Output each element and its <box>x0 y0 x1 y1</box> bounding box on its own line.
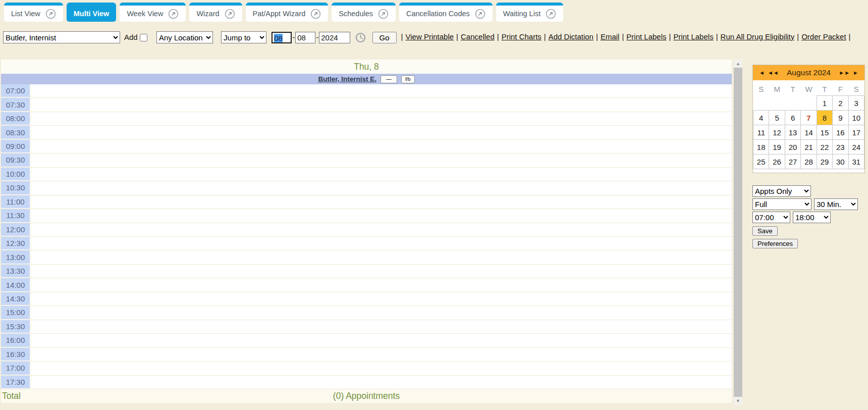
calendar-day[interactable]: 19 <box>769 140 785 155</box>
external-link-icon[interactable] <box>378 9 389 19</box>
calendar-day[interactable]: 4 <box>753 111 769 125</box>
calendar-day[interactable]: 11 <box>753 125 769 140</box>
external-link-icon[interactable] <box>310 9 321 19</box>
interval-select[interactable]: 30 Min. <box>814 198 858 210</box>
calendar-day[interactable]: 8 <box>817 111 832 125</box>
size-select[interactable]: Full <box>752 198 811 210</box>
calendar-day[interactable]: 18 <box>753 140 769 155</box>
calendar-day[interactable]: 9 <box>833 111 848 125</box>
appointment-slot[interactable] <box>31 348 732 361</box>
appointment-slot[interactable] <box>31 376 732 389</box>
prev-month-icon[interactable]: ◄ <box>759 70 765 76</box>
tab-waiting-list[interactable]: Waiting List <box>496 3 563 22</box>
calendar-day[interactable]: 27 <box>785 155 800 169</box>
appointment-slot[interactable] <box>31 126 732 139</box>
appointment-slot[interactable] <box>31 334 732 347</box>
view-filter-select[interactable]: Appts Only <box>752 185 811 197</box>
prev-year-icon[interactable]: ◄◄ <box>768 70 779 76</box>
tab-cancellation-codes[interactable]: Cancellation Codes <box>399 3 493 22</box>
external-link-icon[interactable] <box>546 9 556 19</box>
appointment-slot[interactable] <box>31 278 732 291</box>
appointment-slot[interactable] <box>31 112 732 125</box>
tab-wizard[interactable]: Wizard <box>189 3 242 22</box>
appointment-slot[interactable] <box>31 237 732 250</box>
toolbar-link-print-labels[interactable]: Print Labels <box>626 32 666 41</box>
toolbar-link-add-dictation[interactable]: Add Dictation <box>549 32 593 41</box>
scroll-up-arrow[interactable]: ▲ <box>734 60 742 68</box>
calendar-day[interactable]: 31 <box>848 155 864 169</box>
next-year-icon[interactable]: ►► <box>839 70 850 76</box>
appointment-slot[interactable] <box>31 98 732 111</box>
schedule-scrollbar[interactable]: ▲ ▼ <box>734 60 742 405</box>
toolbar-link-run-all-drug-eligibility[interactable]: Run All Drug Eligibility <box>721 32 795 41</box>
fb-button[interactable]: f/b <box>401 75 415 83</box>
toolbar-link-view-printable[interactable]: View Printable <box>405 32 454 41</box>
scrollbar-thumb[interactable] <box>734 68 742 397</box>
add-checkbox[interactable] <box>140 34 147 41</box>
appointment-slot[interactable] <box>31 250 732 264</box>
tab-list-view[interactable]: List View <box>4 3 63 22</box>
appointment-slot[interactable] <box>31 153 732 167</box>
provider-link[interactable]: Butler, Internist E. <box>318 75 376 83</box>
calendar-day[interactable]: 28 <box>801 155 817 169</box>
tab-multi-view[interactable]: Multi View <box>67 3 117 22</box>
calendar-day[interactable]: 21 <box>801 140 817 155</box>
toolbar-link-order-packet[interactable]: Order Packet <box>801 32 846 41</box>
toolbar-link-print-charts[interactable]: Print Charts <box>502 32 541 41</box>
calendar-day[interactable]: 29 <box>817 155 832 169</box>
calendar-day[interactable]: 17 <box>848 125 864 140</box>
location-select[interactable]: Any Location <box>156 31 213 43</box>
provider-select[interactable]: Butler, Internist <box>3 31 120 43</box>
calendar-day[interactable]: 13 <box>785 125 800 140</box>
calendar-day[interactable]: 12 <box>769 125 785 140</box>
scroll-down-arrow[interactable]: ▼ <box>734 397 742 405</box>
appointment-slot[interactable] <box>31 265 732 278</box>
appointment-slot[interactable] <box>31 306 732 319</box>
clock-icon[interactable] <box>355 32 366 43</box>
calendar-day[interactable]: 23 <box>833 140 848 155</box>
calendar-day[interactable]: 1 <box>817 96 832 111</box>
appointment-slot[interactable] <box>31 362 732 375</box>
date-year-field[interactable]: 2024 <box>319 32 350 43</box>
calendar-day[interactable]: 7 <box>801 111 817 125</box>
external-link-icon[interactable] <box>45 9 56 19</box>
tab-pat-appt-wizard[interactable]: Pat/Appt Wizard <box>246 3 329 22</box>
calendar-day[interactable]: 15 <box>817 125 832 140</box>
calendar-day[interactable]: 25 <box>753 155 769 169</box>
calendar-day[interactable]: 26 <box>769 155 785 169</box>
external-link-icon[interactable] <box>168 9 179 19</box>
appointment-slot[interactable] <box>31 223 732 236</box>
calendar-day[interactable]: 16 <box>833 125 848 140</box>
appointment-slot[interactable] <box>31 209 732 222</box>
external-link-icon[interactable] <box>475 9 485 19</box>
appointment-slot[interactable] <box>31 140 732 153</box>
save-button[interactable]: Save <box>752 226 778 236</box>
calendar-day[interactable]: 14 <box>801 125 817 140</box>
calendar-day[interactable]: 24 <box>848 140 864 155</box>
end-time-select[interactable]: 18:00 <box>793 212 831 223</box>
calendar-day[interactable]: 6 <box>785 111 800 125</box>
calendar-day[interactable]: 30 <box>833 155 848 169</box>
appointment-slot[interactable] <box>31 195 732 209</box>
calendar-day[interactable]: 20 <box>785 140 800 155</box>
appointment-slot[interactable] <box>31 168 732 181</box>
calendar-day[interactable]: 10 <box>848 111 864 125</box>
date-month-field[interactable]: 08 <box>272 32 292 43</box>
collapse-column-button[interactable]: — <box>381 75 397 83</box>
calendar-day[interactable]: 5 <box>769 111 785 125</box>
jump-to-select[interactable]: Jump to <box>221 31 266 43</box>
toolbar-link-print-labels[interactable]: Print Labels <box>673 32 713 41</box>
external-link-icon[interactable] <box>225 9 235 19</box>
appointment-slot[interactable] <box>31 292 732 305</box>
preferences-button[interactable]: Preferences <box>752 239 798 248</box>
appointment-slot[interactable] <box>31 84 732 97</box>
tab-schedules[interactable]: Schedules <box>332 3 396 22</box>
date-day-field[interactable]: 08 <box>295 32 315 43</box>
toolbar-link-cancelled[interactable]: Cancelled <box>461 32 495 41</box>
appointment-slot[interactable] <box>31 320 732 333</box>
tab-week-view[interactable]: Week View <box>120 3 186 22</box>
calendar-day[interactable]: 22 <box>817 140 832 155</box>
calendar-day[interactable]: 3 <box>848 96 864 111</box>
toolbar-link-email[interactable]: Email <box>601 32 620 41</box>
start-time-select[interactable]: 07:00 <box>752 212 790 223</box>
